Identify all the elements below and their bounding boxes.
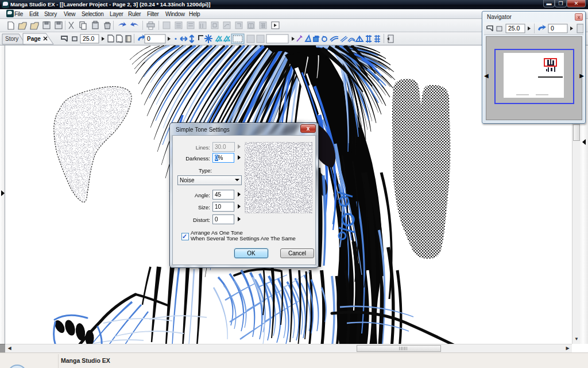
svg-text:0: 0 [147, 35, 150, 42]
svg-text:25.0: 25.0 [508, 25, 520, 32]
svg-text:Page: Page [27, 36, 41, 42]
svg-text:0: 0 [551, 25, 554, 32]
svg-text:25.0: 25.0 [83, 35, 95, 42]
svg-text:Story: Story [5, 36, 18, 42]
